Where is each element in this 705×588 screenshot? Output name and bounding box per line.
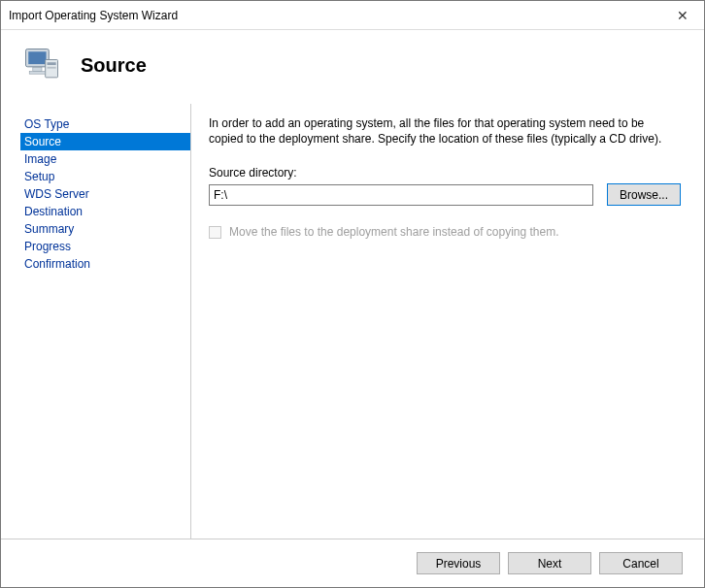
- step-source[interactable]: Source: [20, 133, 190, 150]
- move-files-row: Move the files to the deployment share i…: [209, 225, 681, 239]
- instructions-text: In order to add an operating system, all…: [209, 115, 681, 147]
- step-wds-server[interactable]: WDS Server: [20, 185, 190, 203]
- svg-rect-4: [48, 67, 56, 69]
- wizard-body: OS Type Source Image Setup WDS Server De…: [1, 104, 704, 539]
- wizard-steps: OS Type Source Image Setup WDS Server De…: [20, 104, 190, 539]
- next-button[interactable]: Next: [508, 552, 591, 574]
- step-progress[interactable]: Progress: [20, 238, 190, 255]
- browse-button[interactable]: Browse...: [607, 183, 681, 206]
- source-directory-label: Source directory:: [209, 166, 681, 180]
- move-files-label: Move the files to the deployment share i…: [229, 225, 559, 239]
- source-directory-row: Browse...: [209, 183, 681, 206]
- step-confirmation[interactable]: Confirmation: [20, 255, 190, 273]
- step-summary[interactable]: Summary: [20, 220, 190, 238]
- close-icon[interactable]: ✕: [661, 1, 704, 30]
- svg-rect-3: [48, 62, 56, 65]
- wizard-main: In order to add an operating system, all…: [190, 104, 685, 539]
- window-title: Import Operating System Wizard: [9, 9, 661, 22]
- wizard-header: Source: [1, 30, 704, 104]
- step-image[interactable]: Image: [20, 150, 190, 168]
- svg-rect-1: [28, 51, 46, 64]
- move-files-checkbox: [209, 226, 221, 239]
- computer-icon: [20, 44, 63, 86]
- svg-rect-5: [33, 68, 42, 72]
- step-os-type[interactable]: OS Type: [20, 115, 190, 133]
- svg-rect-6: [29, 71, 45, 74]
- page-title: Source: [81, 54, 147, 77]
- titlebar: Import Operating System Wizard ✕: [1, 1, 704, 30]
- cancel-button[interactable]: Cancel: [599, 552, 683, 574]
- step-setup[interactable]: Setup: [20, 168, 190, 185]
- previous-button[interactable]: Previous: [417, 552, 500, 574]
- source-directory-input[interactable]: [209, 184, 593, 206]
- wizard-footer: Previous Next Cancel: [1, 539, 704, 587]
- step-destination[interactable]: Destination: [20, 203, 190, 220]
